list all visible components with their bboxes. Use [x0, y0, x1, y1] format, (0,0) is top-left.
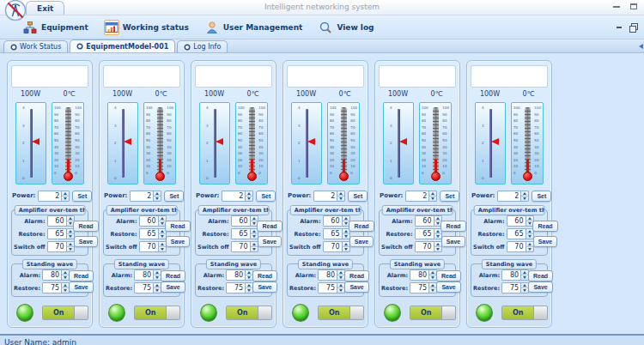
spinner-down-icon[interactable]: [343, 247, 349, 251]
standing-wave-restore-spinner[interactable]: 75: [134, 282, 161, 294]
spinner-down-icon[interactable]: [429, 197, 436, 201]
amplifier-save-button[interactable]: Save: [533, 236, 557, 247]
amplifier-restore-spinner[interactable]: 65: [507, 228, 534, 239]
set-button[interactable]: Set: [72, 191, 92, 202]
amplifier-switchoff-spinner[interactable]: 70: [139, 241, 167, 252]
mdi-restore-icon[interactable]: [629, 23, 637, 31]
power-spinner[interactable]: 2: [313, 191, 345, 202]
amplifier-read-button[interactable]: Read: [440, 221, 465, 232]
standing-wave-read-button[interactable]: Read: [161, 270, 185, 281]
amplifier-restore-spinner[interactable]: 65: [139, 228, 167, 239]
power-toggle-switch[interactable]: On: [410, 306, 456, 320]
toggle-handle[interactable]: [533, 306, 547, 319]
amplifier-switchoff-spinner[interactable]: 70: [415, 241, 442, 252]
amplifier-switchoff-spinner[interactable]: 70: [323, 241, 350, 252]
power-gauge-pointer-icon[interactable]: [216, 138, 223, 145]
standing-wave-save-button[interactable]: Save: [344, 281, 368, 293]
power-spinner[interactable]: 2: [222, 191, 253, 202]
amplifier-alarm-spinner[interactable]: 60: [415, 215, 442, 227]
standing-wave-restore-spinner[interactable]: 75: [318, 282, 345, 294]
amplifier-alarm-spinner[interactable]: 60: [139, 215, 167, 227]
set-button[interactable]: Set: [164, 191, 184, 202]
spinner-down-icon[interactable]: [246, 275, 252, 280]
spinner-down-icon[interactable]: [526, 234, 533, 239]
power-toggle-switch[interactable]: On: [42, 306, 88, 320]
spinner-down-icon[interactable]: [154, 197, 161, 201]
spinner-down-icon[interactable]: [67, 247, 74, 251]
amplifier-save-button[interactable]: Save: [166, 236, 190, 247]
amplifier-restore-spinner[interactable]: 65: [323, 228, 350, 239]
power-gauge-pointer-icon[interactable]: [124, 138, 131, 145]
spinner-down-icon[interactable]: [154, 288, 161, 293]
tab-scroll-arrow-icon[interactable]: [639, 44, 643, 49]
spinner-down-icon[interactable]: [246, 197, 252, 201]
spinner-down-icon[interactable]: [251, 234, 258, 239]
spinner-down-icon[interactable]: [526, 221, 533, 226]
amplifier-restore-spinner[interactable]: 65: [47, 228, 75, 239]
spinner-down-icon[interactable]: [429, 288, 436, 293]
spinner-down-icon[interactable]: [434, 234, 441, 239]
amplifier-read-button[interactable]: Read: [73, 221, 98, 232]
toolbar-button-equipment[interactable]: Equipment: [22, 20, 88, 35]
toolbar-button-user-management[interactable]: User Management: [204, 20, 303, 35]
power-spinner[interactable]: 2: [38, 191, 70, 202]
set-button[interactable]: Set: [256, 191, 276, 202]
maximize-icon[interactable]: [630, 3, 637, 9]
spinner-down-icon[interactable]: [521, 197, 528, 201]
spinner-down-icon[interactable]: [434, 247, 441, 251]
spinner-down-icon[interactable]: [343, 234, 349, 239]
spinner-down-icon[interactable]: [62, 288, 69, 293]
toggle-handle[interactable]: [74, 306, 88, 319]
minimize-icon[interactable]: [613, 6, 620, 8]
amplifier-alarm-spinner[interactable]: 60: [507, 215, 534, 227]
amplifier-restore-spinner[interactable]: 65: [415, 228, 442, 239]
amplifier-save-button[interactable]: Save: [74, 236, 98, 247]
spinner-down-icon[interactable]: [526, 247, 533, 251]
standing-wave-read-button[interactable]: Read: [436, 270, 461, 281]
amplifier-save-button[interactable]: Save: [349, 236, 374, 247]
amplifier-alarm-spinner[interactable]: 60: [231, 215, 258, 227]
amplifier-restore-spinner[interactable]: 65: [231, 228, 258, 239]
power-toggle-switch[interactable]: On: [134, 306, 180, 320]
amplifier-read-button[interactable]: Read: [349, 221, 374, 232]
standing-wave-save-button[interactable]: Save: [436, 281, 460, 293]
standing-wave-alarm-spinner[interactable]: 80: [318, 269, 345, 281]
tab-log-info[interactable]: Log Info: [177, 40, 228, 52]
spinner-down-icon[interactable]: [251, 247, 258, 251]
spinner-down-icon[interactable]: [251, 221, 258, 226]
toolbar-button-working-status[interactable]: Working status: [104, 20, 189, 35]
spinner-down-icon[interactable]: [62, 197, 69, 201]
standing-wave-restore-spinner[interactable]: 75: [226, 282, 253, 294]
spinner-down-icon[interactable]: [434, 221, 441, 226]
set-button[interactable]: Set: [532, 191, 551, 202]
tab-equipment-model-001[interactable]: EquipmentModel-001: [70, 39, 175, 52]
spinner-down-icon[interactable]: [67, 234, 74, 239]
toggle-handle[interactable]: [258, 306, 271, 319]
standing-wave-save-button[interactable]: Save: [161, 281, 185, 293]
power-spinner[interactable]: 2: [497, 191, 529, 202]
set-button[interactable]: Set: [440, 191, 459, 202]
spinner-down-icon[interactable]: [246, 288, 252, 293]
spinner-down-icon[interactable]: [343, 221, 349, 226]
standing-wave-restore-spinner[interactable]: 75: [501, 282, 529, 294]
amplifier-save-button[interactable]: Save: [441, 236, 465, 247]
standing-wave-read-button[interactable]: Read: [69, 270, 94, 281]
standing-wave-save-button[interactable]: Save: [528, 281, 552, 293]
standing-wave-restore-spinner[interactable]: 75: [42, 282, 70, 294]
amplifier-alarm-spinner[interactable]: 60: [323, 215, 350, 227]
power-gauge-pointer-icon[interactable]: [399, 138, 407, 145]
power-gauge-pointer-icon[interactable]: [32, 138, 39, 145]
power-spinner[interactable]: 2: [130, 191, 161, 202]
amplifier-read-button[interactable]: Read: [165, 221, 190, 232]
tab-work-status[interactable]: Work Status: [3, 40, 68, 52]
spinner-down-icon[interactable]: [67, 221, 74, 226]
power-gauge-pointer-icon[interactable]: [307, 138, 315, 145]
standing-wave-read-button[interactable]: Read: [344, 270, 369, 281]
standing-wave-alarm-spinner[interactable]: 80: [42, 269, 70, 281]
standing-wave-alarm-spinner[interactable]: 80: [410, 269, 437, 281]
amplifier-read-button[interactable]: Read: [532, 221, 557, 232]
power-spinner[interactable]: 2: [405, 191, 437, 202]
spinner-down-icon[interactable]: [337, 288, 344, 293]
power-toggle-switch[interactable]: On: [318, 306, 364, 320]
toolbar-button-view-log[interactable]: View log: [318, 20, 374, 35]
